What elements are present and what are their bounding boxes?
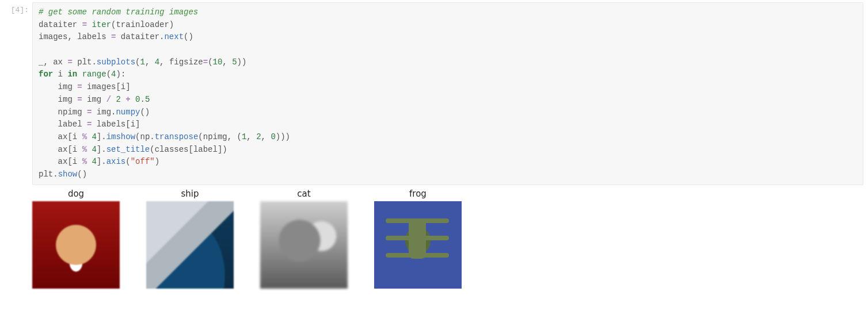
- subplot-title: dog: [32, 189, 120, 199]
- notebook-input-cell: [4]: # get some random training images d…: [0, 0, 868, 185]
- code-editor[interactable]: # get some random training images datait…: [32, 2, 863, 185]
- subplot-title: frog: [374, 189, 462, 199]
- subplot-image-frog: [374, 201, 462, 289]
- subplot: ship: [146, 189, 234, 289]
- code-text[interactable]: # get some random training images datait…: [39, 6, 857, 181]
- subplot-image-ship: [146, 201, 234, 289]
- subplot-title: cat: [260, 189, 348, 199]
- subplot-image-cat: [260, 201, 348, 289]
- output-figure: dogshipcatfrog: [0, 185, 868, 292]
- subplot: dog: [32, 189, 120, 289]
- subplot: cat: [260, 189, 348, 289]
- subplot: frog: [374, 189, 462, 289]
- subplot-title: ship: [146, 189, 234, 199]
- input-prompt: [4]:: [0, 2, 32, 14]
- subplot-image-dog: [32, 201, 120, 289]
